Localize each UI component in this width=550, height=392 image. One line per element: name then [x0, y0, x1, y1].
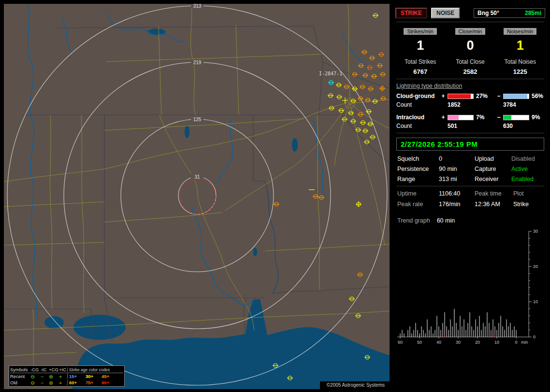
strikes-per-min-column: Strikes/min 1 Total Strikes 6767: [395, 28, 445, 75]
ic-positive-bar: [448, 115, 474, 120]
rivers: [27, 4, 365, 321]
bearing-label: Bng 50°: [478, 10, 499, 16]
cg-negative-bar: [503, 94, 529, 99]
close-per-min-value: 0: [445, 38, 495, 53]
svg-text:min: min: [521, 340, 528, 345]
neg-cg-symbol: ⊖: [30, 380, 41, 385]
copyright: ©2005 Astrogenic Systems: [320, 381, 390, 389]
legend-col-pcg: +CG: [49, 367, 59, 372]
intracloud-row: Intracloud + 7% − 9%: [396, 114, 544, 121]
datetime-box: 2/27/2026 2:55:19 PM: [396, 138, 544, 151]
intracloud-count-row: Count 501 630: [396, 123, 544, 129]
uptime-value: 1106:40: [439, 190, 475, 197]
persistence-label: Persistence: [397, 166, 439, 172]
legend-box: Symbols -CG -IC +CG +IC Strike age color…: [9, 365, 125, 387]
plot-value: Strike: [513, 201, 543, 208]
capture-status: Active: [511, 166, 543, 172]
svg-text:30: 30: [533, 229, 538, 234]
cloud-ground-row: Cloud-ground + 27% − 56%: [396, 93, 544, 99]
total-close-label: Total Close: [445, 58, 495, 65]
persistence-value: 90 min: [439, 166, 475, 172]
storm-cell-label: I-2847-1: [319, 71, 342, 76]
receiver-status: Enabled: [511, 176, 543, 182]
strikes-per-min-label: Strikes/min: [404, 28, 436, 35]
intracloud-label: Intracloud: [396, 114, 439, 121]
range-label: Range: [397, 176, 439, 182]
neg-ic-symbol: −: [41, 380, 49, 385]
legend-col-nic: -IC: [41, 367, 49, 372]
svg-text:20: 20: [533, 264, 538, 269]
ic-positive-count: 501: [448, 123, 474, 129]
close-per-min-label: Close/min: [455, 28, 486, 35]
cg-positive-count: 1852: [448, 101, 474, 108]
capture-label: Capture: [475, 166, 511, 172]
noises-per-min-label: Noises/min: [504, 28, 536, 35]
trend-graph: 01020306050403020100min: [395, 225, 545, 347]
total-noises-label: Total Noises: [495, 58, 545, 65]
range-rings: 31125219313: [7, 4, 387, 385]
plus-sign: +: [440, 114, 446, 121]
legend-row-label: Recent: [10, 374, 30, 379]
svg-text:60: 60: [398, 340, 403, 345]
cg-negative-pct: 56%: [531, 93, 547, 99]
svg-text:50: 50: [417, 340, 422, 345]
map-canvas: 31125219313 I-2847-1: [4, 4, 390, 389]
age-code: 60+: [67, 380, 86, 385]
divider: [396, 186, 544, 186]
close-per-min-column: Close/min 0 Total Close 2582: [445, 28, 495, 75]
pos-ic-symbol: +: [59, 380, 67, 385]
cloud-ground-label: Cloud-ground: [396, 93, 439, 99]
upload-status: Disabled: [511, 155, 543, 162]
settings-section: Squelch 0 Upload Disabled Persistence 90…: [397, 155, 543, 182]
datetime-value: 2/27/2026 2:55:19 PM: [401, 140, 478, 148]
cg-negative-count: 3784: [503, 101, 529, 108]
svg-text:31: 31: [194, 174, 200, 180]
squelch-value: 0: [439, 155, 475, 162]
noise-mode-button[interactable]: NOISE: [431, 8, 460, 18]
legend-age-title: Strike age color codes: [67, 367, 117, 372]
svg-text:40: 40: [436, 340, 441, 345]
total-close-value: 2582: [445, 68, 495, 75]
cg-positive-bar: [448, 94, 474, 99]
noises-per-min-value: 1: [495, 38, 545, 53]
radar-map[interactable]: 31125219313 I-2847-1 Symbols -CG -IC +CG…: [4, 4, 390, 389]
ic-negative-bar: [503, 115, 529, 120]
count-label: Count: [396, 101, 439, 108]
total-noises-value: 1225: [495, 68, 545, 75]
strike-mode-button[interactable]: STRIKE: [395, 8, 427, 18]
ic-positive-pct: 7%: [475, 114, 494, 121]
bearing-distance: 285mi: [525, 10, 541, 16]
status-section: Uptime 1106:40 Peak time Plot Peak rate …: [397, 190, 543, 208]
strike-symbols: [273, 14, 386, 380]
minus-sign: −: [496, 93, 502, 99]
svg-text:10: 10: [533, 299, 538, 304]
rates-section: Strikes/min 1 Total Strikes 6767 Close/m…: [395, 28, 545, 75]
peak-rate-label: Peak rate: [397, 201, 439, 208]
age-code: 75+: [86, 380, 101, 385]
bearing-readout: Bng 50° 285mi: [474, 8, 545, 18]
pos-cg-symbol: ⊕: [49, 374, 59, 379]
count-label: Count: [396, 123, 439, 129]
svg-text:0: 0: [515, 340, 517, 345]
noises-per-min-column: Noises/min 1 Total Noises 1225: [495, 28, 545, 75]
total-strikes-label: Total Strikes: [395, 58, 445, 65]
svg-text:0: 0: [533, 335, 536, 339]
svg-text:30: 30: [456, 340, 461, 345]
app-window: 31125219313 I-2847-1 Symbols -CG -IC +CG…: [0, 0, 550, 392]
receiver-label: Receiver: [475, 176, 511, 182]
legend-col-pic: +IC: [59, 367, 67, 372]
cg-positive-pct: 27%: [475, 93, 494, 99]
ic-negative-count: 630: [503, 123, 529, 129]
strikes-per-min-value: 1: [395, 38, 445, 53]
svg-text:20: 20: [475, 340, 480, 345]
divider: [396, 79, 544, 79]
plot-label: Plot: [513, 190, 543, 197]
legend-col-ncg: -CG: [30, 367, 41, 372]
minus-sign: −: [496, 114, 502, 121]
legend-header: Symbols -CG -IC +CG +IC Strike age color…: [10, 366, 123, 373]
age-code: 15+: [67, 374, 86, 379]
svg-text:10: 10: [494, 340, 499, 345]
legend-row-label: Old: [10, 380, 30, 385]
svg-text:313: 313: [193, 4, 202, 9]
divider: [396, 133, 544, 133]
